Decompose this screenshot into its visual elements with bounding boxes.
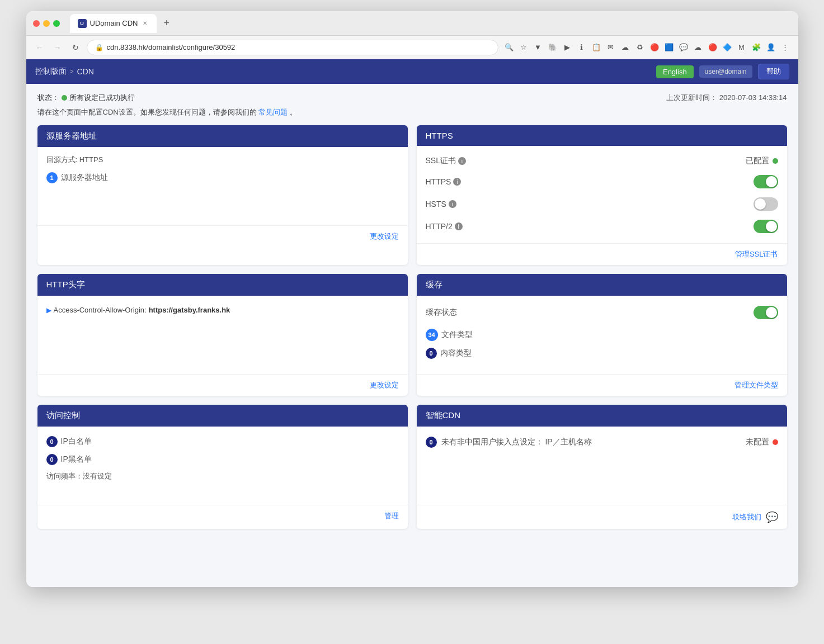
content-type-badge: 0 [426, 348, 437, 359]
ext12-icon[interactable]: ☁ [692, 41, 704, 54]
ext2-icon[interactable]: 🐘 [547, 41, 559, 54]
ssl-status-dot [773, 158, 778, 164]
entry-status-dot [773, 439, 778, 445]
cache-card: 缓存 缓存状态 34 文件类型 0 内容类型 [417, 274, 787, 396]
entry-badge: 0 [426, 437, 437, 448]
access-control-body: 0 IP白名单 0 IP黑名单 访问频率：没有设定 [37, 427, 408, 505]
tab-close-button[interactable]: ✕ [141, 20, 149, 27]
bookmark-icon[interactable]: ☆ [517, 41, 530, 54]
http-header-body: ▶ Access-Control-Allow-Origin: https://g… [37, 296, 408, 374]
http2-toggle-knob [766, 221, 777, 232]
smart-cdn-footer-flex: 联络我们 💬 [426, 511, 778, 523]
http-header-change-link[interactable]: 更改设定 [370, 381, 399, 389]
help-button[interactable]: 帮助 [758, 64, 789, 79]
origin-address-item: 1 源服务器地址 [46, 171, 399, 185]
search-icon[interactable]: 🔍 [503, 41, 515, 54]
forward-button[interactable]: → [51, 41, 64, 54]
maximize-button[interactable] [53, 20, 60, 27]
profile-icon[interactable]: 👤 [765, 41, 777, 54]
cache-manage-link[interactable]: 管理文件类型 [734, 381, 778, 389]
user-info: user@domain [699, 65, 752, 78]
cache-toggle[interactable] [754, 306, 778, 319]
http-header-footer: 更改设定 [37, 374, 408, 396]
ext9-icon[interactable]: 🔴 [648, 41, 661, 54]
tab-bar: U UDomain CDN ✕ + [70, 14, 792, 33]
close-button[interactable] [33, 20, 40, 27]
access-control-manage-link[interactable]: 管理 [384, 512, 399, 520]
ssl-row: SSL证书 i 已配置 [426, 154, 778, 168]
origin-server-header: 源服务器地址 [37, 125, 408, 147]
traffic-lights [33, 20, 60, 27]
refresh-button[interactable]: ↻ [69, 41, 82, 54]
title-bar: U UDomain CDN ✕ + [26, 11, 798, 36]
ip-whitelist-badge: 0 [46, 436, 58, 447]
cards-grid: 源服务器地址 回源方式: HTTPS 1 源服务器地址 更改设定 HTTPS [37, 125, 787, 529]
ext6-icon[interactable]: ✉ [605, 41, 617, 54]
origin-server-card: 源服务器地址 回源方式: HTTPS 1 源服务器地址 更改设定 [37, 125, 408, 265]
smart-cdn-card: 智能CDN 0 未有非中国用户接入点设定： IP／主机名称 未配置 [417, 405, 787, 529]
ip-blacklist-badge: 0 [46, 454, 58, 465]
ext3-icon[interactable]: ▶ [561, 41, 573, 54]
browser-tab[interactable]: U UDomain CDN ✕ [70, 14, 157, 33]
cache-header: 缓存 [417, 274, 787, 296]
chat-icon: 💬 [766, 511, 778, 523]
ext13-icon[interactable]: 🔴 [707, 41, 719, 54]
ext15-icon[interactable]: M [736, 41, 748, 54]
access-control-card: 访问控制 0 IP白名单 0 IP黑名单 访问频率：没有设定 管理 [37, 405, 408, 529]
cache-status-row: 缓存状态 [426, 304, 778, 321]
ext4-icon[interactable]: ℹ [576, 41, 588, 54]
cache-status-label: 缓存状态 [426, 307, 457, 318]
ip-whitelist-label: IP白名单 [61, 437, 92, 447]
ssl-label: SSL证书 i [426, 156, 466, 166]
ext8-icon[interactable]: ♻ [634, 41, 646, 54]
back-button[interactable]: ← [33, 41, 46, 54]
https-toggle[interactable] [754, 175, 778, 188]
http2-info-icon[interactable]: i [455, 222, 463, 230]
hsts-toggle[interactable] [754, 197, 778, 211]
breadcrumb-current[interactable]: CDN [77, 67, 94, 76]
page-desc: 请在这个页面中配置CDN设置。如果您发现任何问题，请参阅我们的 常见问题 。 [37, 107, 787, 117]
ext1-icon[interactable]: ▼ [532, 41, 544, 54]
new-tab-button[interactable]: + [163, 17, 169, 29]
ext14-icon[interactable]: 🔷 [721, 41, 733, 54]
ssl-status: 已配置 [746, 156, 778, 166]
hsts-info-icon[interactable]: i [449, 200, 456, 208]
ext16-icon[interactable]: 🧩 [750, 41, 762, 54]
ext11-icon[interactable]: 💬 [677, 41, 690, 54]
entry-status: 未配置 [746, 437, 778, 447]
ext7-icon[interactable]: ☁ [619, 41, 632, 54]
https-info-icon[interactable]: i [453, 178, 461, 186]
ssl-manage-link[interactable]: 管理SSL证书 [735, 250, 778, 258]
faq-link[interactable]: 常见问题 [258, 108, 288, 116]
minimize-button[interactable] [43, 20, 50, 27]
http-header-card: HTTP头字 ▶ Access-Control-Allow-Origin: ht… [37, 274, 408, 396]
menu-icon[interactable]: ⋮ [779, 41, 792, 54]
access-control-footer: 管理 [37, 505, 408, 527]
ext5-icon[interactable]: 📋 [590, 41, 602, 54]
origin-change-link[interactable]: 更改设定 [370, 232, 399, 240]
url-text: cdn.8338.hk/domainlist/configure/30592 [107, 43, 236, 51]
hsts-toggle-row: HSTS i [426, 195, 778, 213]
ext10-icon[interactable]: 🟦 [663, 41, 675, 54]
content-type-item: 0 内容类型 [426, 346, 778, 361]
smart-cdn-header: 智能CDN [417, 405, 787, 427]
https-header: HTTPS [417, 125, 787, 146]
access-control-header: 访问控制 [37, 405, 408, 427]
header-key: Access-Control-Allow-Origin: [54, 306, 147, 314]
toolbar-icons: 🔍 ☆ ▼ 🐘 ▶ ℹ 📋 ✉ ☁ ♻ 🔴 🟦 💬 ☁ 🔴 🔷 M 🧩 👤 ⋮ [503, 41, 792, 54]
address-input[interactable]: 🔒 cdn.8338.hk/domainlist/configure/30592 [87, 40, 498, 55]
https-toggle-row: HTTPS i [426, 173, 778, 191]
lock-icon: 🔒 [95, 44, 103, 51]
language-button[interactable]: English [656, 65, 694, 78]
contact-us-link[interactable]: 联络我们 [732, 512, 761, 522]
https-body: SSL证书 i 已配置 HTTPS i [417, 146, 787, 243]
http2-toggle[interactable] [754, 220, 778, 233]
ip-blacklist-label: IP黑名单 [61, 454, 92, 465]
breadcrumb-separator: > [70, 68, 74, 75]
breadcrumb-home[interactable]: 控制版面 [35, 67, 67, 77]
origin-server-footer: 更改设定 [37, 225, 408, 247]
file-type-label: 文件类型 [441, 330, 473, 340]
ssl-info-icon[interactable]: i [458, 157, 466, 165]
https-label: HTTPS i [426, 177, 462, 186]
page-content: 状态： 所有设定已成功执行 上次更新时间： 2020-07-03 14:33:1… [26, 84, 798, 587]
